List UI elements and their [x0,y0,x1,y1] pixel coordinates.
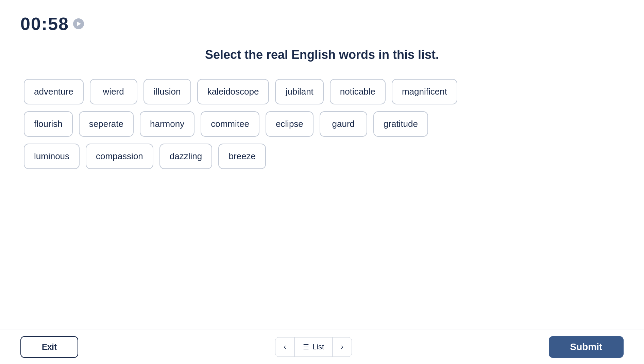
word-eclipse[interactable]: eclipse [266,111,313,137]
word-noticable[interactable]: noticable [330,79,386,104]
play-icon[interactable] [73,18,84,29]
nav-list-button[interactable]: ☰ List [295,337,332,357]
timer-row: 00:58 [20,14,624,34]
instruction-text: Select the real English words in this li… [20,48,624,62]
word-dazzling[interactable]: dazzling [159,144,212,169]
timer-display: 00:58 [20,14,69,34]
main-content: 00:58 Select the real English words in t… [0,0,644,330]
words-row-3: luminous compassion dazzling breeze [24,144,266,169]
words-row-2: flourish seperate harmony commitee eclip… [24,111,428,137]
nav-next-button[interactable]: › [332,337,352,357]
word-wierd[interactable]: wierd [90,79,137,104]
word-kaleidoscope[interactable]: kaleidoscope [197,79,269,104]
word-jubilant[interactable]: jubilant [275,79,323,104]
nav-controls: ‹ ☰ List › [275,337,352,357]
word-breeze[interactable]: breeze [218,144,266,169]
word-commitee[interactable]: commitee [201,111,259,137]
words-container: adventure wierd illusion kaleidoscope ju… [20,79,624,169]
bottom-bar: Exit ‹ ☰ List › Submit [0,330,644,364]
word-magnificent[interactable]: magnificent [392,79,457,104]
word-luminous[interactable]: luminous [24,144,80,169]
exit-button[interactable]: Exit [20,336,78,358]
word-seperate[interactable]: seperate [79,111,134,137]
word-illusion[interactable]: illusion [143,79,191,104]
word-compassion[interactable]: compassion [86,144,153,169]
list-icon: ☰ [303,343,309,351]
submit-button[interactable]: Submit [549,336,624,358]
word-gaurd[interactable]: gaurd [320,111,367,137]
word-adventure[interactable]: adventure [24,79,84,104]
word-gratitude[interactable]: gratitude [373,111,428,137]
word-harmony[interactable]: harmony [140,111,194,137]
nav-list-label: List [312,343,324,351]
nav-prev-button[interactable]: ‹ [275,337,295,357]
word-flourish[interactable]: flourish [24,111,73,137]
words-row-1: adventure wierd illusion kaleidoscope ju… [24,79,457,104]
